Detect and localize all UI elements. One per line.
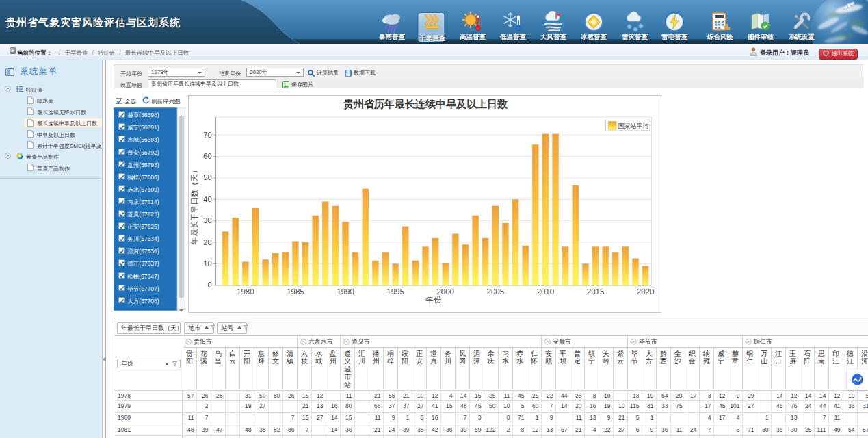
select-all-checkbox[interactable]	[116, 98, 122, 105]
collapse-icon[interactable]	[5, 86, 11, 93]
station-item-正安(57625)[interactable]: 正安(57625)	[114, 220, 176, 232]
city-group-header-毕节市[interactable]: 毕节市	[628, 336, 743, 348]
station-column-header-盘州[interactable]: 盘州	[326, 348, 341, 389]
save-image-button[interactable]: 保存图片	[282, 81, 313, 88]
station-checkbox[interactable]	[118, 247, 125, 254]
station-column-header-赤水[interactable]: 赤水	[513, 348, 527, 389]
station-column-header-紫云[interactable]: 紫云	[614, 348, 628, 389]
station-column-header-镇宁[interactable]: 镇宁	[585, 348, 599, 389]
station-column-header-金沙[interactable]: 金沙	[671, 348, 685, 389]
city-group-header-遵义市[interactable]: 遵义市	[341, 336, 542, 348]
station-column-header-汇川[interactable]: 汇川	[355, 348, 369, 389]
station-column-header-凤冈[interactable]: 凤冈	[456, 348, 470, 389]
nav-item-low-temp[interactable]: 低温普查	[494, 11, 532, 42]
station-item-道真(57623)[interactable]: 道真(57623)	[114, 207, 176, 220]
station-column-header-遵义城市站[interactable]: 遵义城市站	[341, 348, 355, 389]
station-item-赤水(57609)[interactable]: 赤水(57609)	[114, 183, 176, 195]
station-list-scrollbar[interactable]	[177, 107, 185, 311]
station-column-header-习水[interactable]: 习水	[499, 348, 513, 389]
station-column-header-平坝[interactable]: 平坝	[556, 348, 570, 389]
nav-item-high-temp[interactable]: 高温普查	[453, 11, 492, 42]
breadcrumb-item[interactable]: 干旱普查	[64, 49, 88, 56]
station-column-header-正安[interactable]: 正安	[412, 348, 427, 389]
floating-widget-button[interactable]	[847, 369, 868, 391]
station-column-header-石阡[interactable]: 石阡	[800, 348, 815, 389]
nav-item-hail[interactable]: 冰雹普查	[575, 11, 613, 42]
station-column-header-修文[interactable]: 修文	[269, 348, 283, 389]
nav-item-map-review[interactable]: 图件审核	[741, 11, 780, 42]
station-column-header-乌当[interactable]: 乌当	[211, 348, 226, 389]
station-item-桐梓(57606)[interactable]: 桐梓(57606)	[114, 170, 176, 183]
station-checkbox[interactable]	[118, 173, 125, 180]
station-checkbox[interactable]	[118, 136, 125, 142]
nav-item-wind[interactable]: 大风普查	[534, 11, 573, 42]
station-column-header-贵阳[interactable]: 贵阳	[183, 348, 197, 389]
station-item-习水(57614)[interactable]: 习水(57614)	[114, 195, 176, 207]
scroll-up-button[interactable]	[178, 108, 185, 116]
station-column-header-安顺[interactable]: 安顺	[542, 348, 556, 389]
station-column-header-印江[interactable]: 印江	[829, 348, 843, 389]
station-item-松桃(57647)[interactable]: 松桃(57647)	[114, 270, 176, 282]
sidebar-splitter[interactable]	[103, 60, 107, 438]
nav-item-rainstorm[interactable]: 暴雨普查	[373, 11, 411, 42]
station-column-header-黔西[interactable]: 黔西	[657, 348, 671, 389]
station-column-header-玉屏[interactable]: 玉屏	[786, 348, 800, 389]
scroll-down-button[interactable]	[178, 302, 185, 310]
city-group-header-铜仁市[interactable]: 铜仁市	[743, 336, 868, 348]
station-column-header-绥阳[interactable]: 绥阳	[398, 348, 412, 389]
tree-item-普查产品制作[interactable]: 普查产品制作	[0, 162, 103, 173]
station-checkbox[interactable]	[118, 285, 125, 292]
station-column-header-白云[interactable]: 白云	[226, 348, 240, 389]
station-checkbox[interactable]	[118, 210, 125, 217]
group-chip-站号[interactable]: 站号	[217, 322, 248, 333]
end-year-select[interactable]: 2020年	[246, 68, 304, 77]
station-checkbox[interactable]	[118, 149, 125, 155]
station-column-header-清镇[interactable]: 清镇	[283, 348, 298, 389]
station-item-大方(57708)[interactable]: 大方(57708)	[114, 294, 176, 307]
station-column-header-六枝[interactable]: 六枝	[298, 348, 312, 389]
tree-group-特征值[interactable]: 特征值	[0, 83, 103, 94]
refresh-icon[interactable]	[142, 96, 150, 105]
nav-item-snow[interactable]: 雪灾普查	[616, 11, 654, 42]
city-group-header-贵阳市[interactable]: 贵阳市	[183, 336, 298, 348]
chart-title-input[interactable]	[148, 79, 276, 88]
station-checkbox[interactable]	[118, 198, 125, 205]
station-item-沿河(57636)[interactable]: 沿河(57636)	[114, 244, 176, 257]
station-checkbox[interactable]	[118, 235, 125, 242]
tree-item-最长连续无降水日数[interactable]: 最长连续无降水日数	[0, 106, 103, 117]
breadcrumb-item[interactable]: 特征值	[98, 49, 116, 56]
station-column-header-大方[interactable]: 大方	[642, 348, 657, 389]
station-column-header-仁怀[interactable]: 仁怀	[527, 348, 542, 389]
nav-item-settings[interactable]: 系统设置	[782, 11, 821, 42]
station-column-header-务川[interactable]: 务川	[441, 348, 456, 389]
station-checkbox[interactable]	[118, 272, 125, 279]
station-column-header-道真[interactable]: 道真	[427, 348, 441, 389]
station-item-水城(56693)[interactable]: 水城(56693)	[114, 133, 176, 145]
station-checkbox[interactable]	[118, 259, 125, 266]
station-column-header-湄潭[interactable]: 湄潭	[470, 348, 484, 389]
station-column-header-思南[interactable]: 思南	[815, 348, 829, 389]
tree-item-累计干旱强度SMCI(轻旱及以上[interactable]: 累计干旱强度SMCI(轻旱及以上	[0, 140, 103, 151]
station-checkbox[interactable]	[118, 111, 125, 118]
nav-item-drought[interactable]: 干旱普查	[413, 12, 451, 42]
station-column-header-铜仁[interactable]: 铜仁	[743, 348, 757, 389]
station-column-header-威宁[interactable]: 威宁	[714, 348, 728, 389]
station-column-header-普定[interactable]: 普定	[570, 348, 585, 389]
station-item-普安(56792)[interactable]: 普安(56792)	[114, 146, 176, 158]
station-column-header-桐梓[interactable]: 桐梓	[384, 348, 398, 389]
station-checkbox[interactable]	[118, 185, 125, 192]
station-column-header-江口[interactable]: 江口	[772, 348, 786, 389]
station-column-header-赫章[interactable]: 赫章	[728, 348, 743, 389]
station-item-威宁(56691)[interactable]: 威宁(56691)	[114, 120, 176, 133]
year-column-header[interactable]: 年份	[117, 359, 181, 368]
station-column-header-织金[interactable]: 织金	[685, 348, 700, 389]
nav-item-lightning[interactable]: 雷电普查	[655, 11, 694, 42]
station-column-header-纳雍[interactable]: 纳雍	[700, 348, 714, 389]
logout-button[interactable]: 退出系统	[819, 49, 858, 60]
breadcrumb-item[interactable]: 最长连续中旱及以上日数	[125, 49, 189, 56]
station-column-header-花溪[interactable]: 花溪	[197, 348, 211, 389]
station-item-盘州(56793)[interactable]: 盘州(56793)	[114, 158, 176, 170]
calculate-button[interactable]: 计算结果	[308, 69, 339, 77]
station-column-header-水城[interactable]: 水城	[312, 348, 326, 389]
start-year-select[interactable]: 1978年	[148, 68, 205, 77]
